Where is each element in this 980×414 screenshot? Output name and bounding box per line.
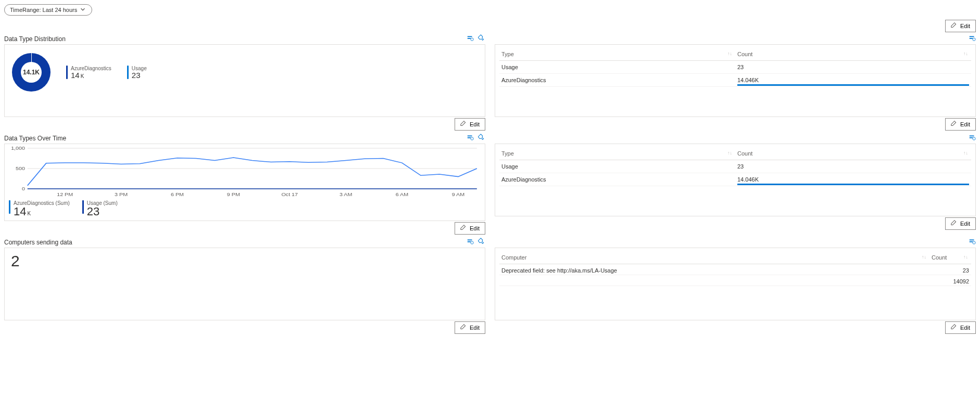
svg-rect-24 (970, 137, 973, 138)
svg-text:3 PM: 3 PM (115, 192, 128, 197)
pin-icon[interactable] (478, 134, 485, 143)
top-edit-button[interactable]: Edit (945, 20, 976, 32)
panel-edit-button[interactable]: Edit (455, 118, 485, 131)
edit-label: Edit (960, 23, 970, 29)
legend-color-swatch (9, 200, 10, 214)
table-row[interactable]: AzureDiagnostics 14.046K (499, 74, 971, 87)
svg-rect-30 (970, 241, 973, 242)
overtime-panel: 1,000500012 PM3 PM6 PM9 PMOct 173 AM6 AM… (4, 144, 485, 221)
sort-icon: ↑↓ (963, 254, 968, 260)
svg-rect-0 (468, 36, 472, 37)
svg-text:1,000: 1,000 (11, 146, 25, 151)
svg-point-8 (471, 137, 473, 140)
panel-edit-button[interactable]: Edit (945, 217, 976, 230)
panel-edit-button[interactable]: Edit (455, 321, 485, 334)
timerange-label: TimeRange: Last 24 hours (10, 7, 77, 13)
type-count-table: Type↑↓ Count↑↓ Usage 23 AzureDiagnostics… (499, 48, 971, 87)
col-count[interactable]: Count↑↓ (735, 147, 971, 160)
svg-text:0: 0 (22, 186, 26, 191)
sort-icon: ↑↓ (963, 51, 968, 56)
cell-count: 23 (735, 61, 971, 74)
svg-point-28 (471, 241, 473, 244)
pin-icon[interactable] (478, 238, 485, 247)
donut-chart: 14.1K (12, 53, 51, 92)
cell-type: AzureDiagnostics (499, 173, 735, 186)
sort-icon: ↑↓ (727, 150, 732, 156)
col-count[interactable]: Count↑↓ (735, 48, 971, 61)
svg-text:12 PM: 12 PM (57, 192, 73, 197)
cell-count: 23 (735, 160, 971, 173)
svg-point-2 (471, 38, 473, 41)
col-computer[interactable]: Computer↑↓ (499, 251, 929, 264)
timerange-pill[interactable]: TimeRange: Last 24 hours (4, 4, 92, 16)
sort-icon: ↑↓ (727, 51, 732, 56)
legend-color-swatch (82, 200, 84, 214)
cell-type: Usage (499, 160, 735, 173)
svg-rect-26 (468, 240, 472, 241)
donut-center-value: 14.1K (23, 69, 40, 76)
edit-icon (951, 120, 958, 128)
sum-item-usage: Usage (Sum) 23 (82, 200, 118, 217)
computers-value: 2 (9, 251, 481, 271)
logs-icon[interactable] (467, 134, 474, 143)
sort-icon: ↑↓ (963, 150, 968, 156)
cell-type: Usage (499, 61, 735, 74)
logs-icon[interactable] (467, 34, 474, 43)
table-row[interactable]: Usage 23 (499, 160, 971, 173)
panel-edit-button[interactable]: Edit (945, 321, 976, 334)
cell-count: 23 (929, 264, 971, 275)
chevron-down-icon (79, 6, 86, 14)
table-row[interactable]: Deprecated field: see http://aka.ms/LA-U… (499, 264, 971, 275)
table-row[interactable]: 14092 (499, 275, 971, 286)
panel-edit-button[interactable]: Edit (945, 118, 976, 131)
legend-color-swatch (66, 66, 68, 79)
computer-count-table: Computer↑↓ Count↑↓ Deprecated field: see… (499, 251, 971, 286)
svg-rect-6 (468, 136, 472, 137)
cell-count: 14092 (929, 275, 971, 286)
svg-rect-29 (970, 240, 974, 241)
col-type[interactable]: Type↑↓ (499, 147, 735, 160)
legend-item-azurediagnostics: AzureDiagnostics 14K (66, 66, 111, 79)
logs-icon[interactable] (969, 34, 976, 43)
cell-computer: Deprecated field: see http://aka.ms/LA-U… (499, 264, 929, 275)
panel-edit-button[interactable]: Edit (455, 222, 485, 235)
edit-icon (951, 219, 958, 228)
svg-text:500: 500 (16, 166, 25, 171)
panel-title-computers: Computers sending data (4, 239, 72, 246)
svg-point-25 (973, 137, 975, 140)
line-chart: 1,000500012 PM3 PM6 PM9 PMOct 173 AM6 AM… (9, 146, 481, 198)
panel-title-overtime: Data Types Over Time (4, 135, 66, 142)
svg-text:3 AM: 3 AM (340, 192, 352, 197)
svg-rect-23 (970, 136, 974, 137)
logs-icon[interactable] (969, 238, 976, 247)
logs-icon[interactable] (467, 238, 474, 247)
edit-icon (460, 120, 468, 128)
table-row[interactable]: Usage 23 (499, 61, 971, 74)
cell-count: 14.046K (735, 173, 971, 186)
svg-text:6 AM: 6 AM (396, 192, 408, 197)
svg-rect-4 (970, 38, 973, 39)
panel-title-distribution: Data Type Distribution (4, 35, 66, 43)
pin-icon[interactable] (478, 34, 485, 43)
logs-icon[interactable] (969, 134, 976, 143)
computers-panel: 2 (4, 248, 485, 320)
svg-text:9 PM: 9 PM (227, 192, 240, 197)
svg-rect-27 (468, 241, 471, 242)
svg-rect-3 (970, 36, 974, 37)
type-count-table: Type↑↓ Count↑↓ Usage 23 AzureDiagnostics… (499, 147, 971, 186)
legend-item-usage: Usage 23 (127, 66, 147, 79)
edit-icon (951, 324, 958, 332)
type-count-panel-2: Type↑↓ Count↑↓ Usage 23 AzureDiagnostics… (495, 144, 976, 216)
cell-count: 14.046K (735, 74, 971, 87)
edit-icon (951, 22, 958, 30)
svg-rect-1 (468, 38, 471, 39)
svg-point-31 (973, 241, 975, 244)
cell-type: AzureDiagnostics (499, 74, 735, 87)
legend-color-swatch (127, 66, 129, 79)
computer-count-panel: Computer↑↓ Count↑↓ Deprecated field: see… (495, 248, 976, 320)
col-count[interactable]: Count↑↓ (929, 251, 971, 264)
svg-point-5 (973, 38, 975, 41)
col-type[interactable]: Type↑↓ (499, 48, 735, 61)
table-row[interactable]: AzureDiagnostics 14.046K (499, 173, 971, 186)
sum-item-azurediagnostics: AzureDiagnostics (Sum) 14K (9, 200, 70, 217)
